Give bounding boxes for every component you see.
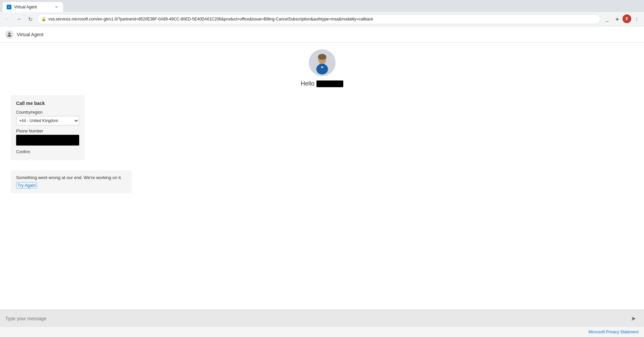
- form-title: Call me back: [16, 101, 79, 106]
- country-label: Country/region: [16, 110, 79, 115]
- browser-chrome: V Virtual Agent × ← → ↻ 🔒 vsa.services.m…: [0, 0, 644, 26]
- svg-point-0: [8, 33, 10, 35]
- message-bar: ➤: [0, 310, 644, 327]
- profile-button[interactable]: E: [623, 14, 631, 23]
- tab-close-button[interactable]: ×: [54, 4, 59, 10]
- menu-button[interactable]: ⋮: [632, 14, 641, 24]
- reload-button[interactable]: ↻: [26, 14, 35, 24]
- confirm-button[interactable]: Confirm: [16, 149, 30, 155]
- send-button[interactable]: ➤: [628, 313, 639, 324]
- lock-icon: 🔒: [41, 17, 46, 21]
- svg-rect-4: [318, 56, 326, 59]
- address-bar[interactable]: 🔒 vsa.services.microsoft.com/en-gb/v1.0/…: [37, 14, 600, 24]
- privacy-link[interactable]: Microsoft Privacy Statement: [589, 330, 639, 334]
- favorites-button[interactable]: ★: [612, 14, 622, 24]
- tab-favicon: V: [7, 5, 11, 9]
- try-again-button[interactable]: Try Again: [16, 182, 37, 188]
- browser-toolbar: ← → ↻ 🔒 vsa.services.microsoft.com/en-gb…: [0, 12, 644, 26]
- country-select[interactable]: +44 - United Kingdom +1 - United States …: [16, 116, 79, 125]
- footer: Microsoft Privacy Statement: [0, 327, 644, 337]
- message-input[interactable]: [5, 316, 628, 321]
- active-tab[interactable]: V Virtual Agent ×: [3, 2, 63, 12]
- page-header-title: Virtual Agent: [17, 32, 43, 37]
- toolbar-actions: ⎯ ★ E ⋮: [602, 14, 641, 24]
- error-message: Something went wrong at our end. We're w…: [16, 175, 126, 180]
- left-section: Call me back Country/region +44 - United…: [0, 95, 644, 193]
- tab-title: Virtual Agent: [14, 5, 51, 9]
- hello-text: Hello: [301, 80, 314, 87]
- phone-input-redacted: [16, 135, 79, 146]
- agent-avatar-large: [309, 49, 336, 76]
- content-wrapper: Hello Call me back Country/region +44 - …: [0, 49, 644, 193]
- browser-tabs: V Virtual Agent ×: [0, 0, 644, 12]
- call-me-back-form: Call me back Country/region +44 - United…: [11, 95, 85, 160]
- page-header: Virtual Agent: [0, 26, 644, 43]
- extensions-button[interactable]: ⎯: [602, 14, 612, 24]
- agent-avatar-small: [5, 31, 13, 39]
- back-button[interactable]: ←: [3, 14, 12, 24]
- phone-label: Phone Number: [16, 129, 79, 133]
- user-name-redacted: [316, 80, 343, 87]
- url-text: vsa.services.microsoft.com/en-gb/v1.0/?p…: [48, 17, 373, 21]
- forward-button[interactable]: →: [14, 14, 23, 24]
- error-card: Something went wrong at our end. We're w…: [11, 170, 132, 193]
- greeting: Hello: [301, 80, 343, 87]
- main-content: Hello Call me back Country/region +44 - …: [0, 43, 644, 310]
